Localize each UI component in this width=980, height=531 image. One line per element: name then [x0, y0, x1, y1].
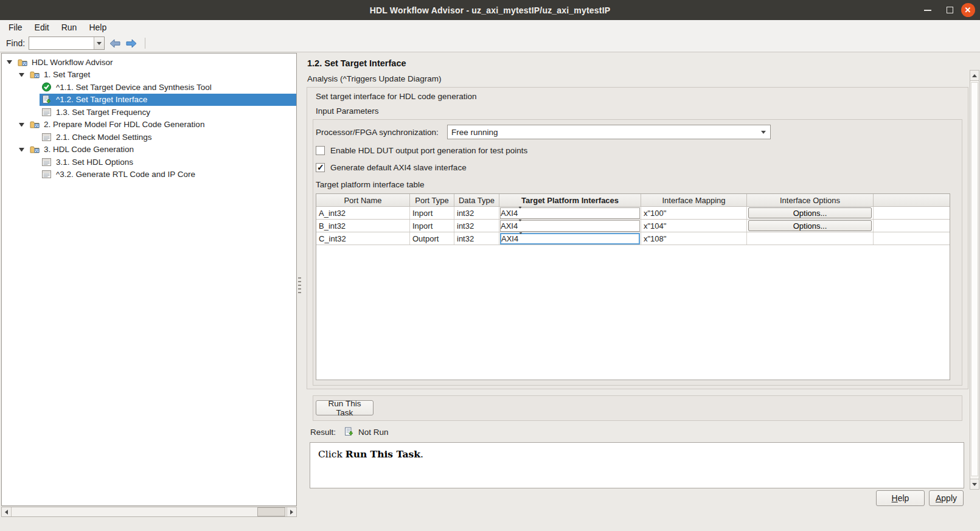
close-icon: ✕: [961, 3, 975, 17]
window-minimize-button[interactable]: [919, 0, 936, 20]
tree-item-set-target[interactable]: 1. Set Target: [2, 69, 296, 82]
find-dropdown-button[interactable]: [94, 37, 104, 49]
minimize-icon: [924, 10, 931, 11]
tree-item-label: 2.1. Check Model Settings: [56, 133, 152, 142]
tree-item-prepare-model[interactable]: 2. Prepare Model For HDL Code Generation: [2, 119, 296, 131]
expander-icon[interactable]: [7, 60, 12, 64]
folder-gear-icon: [18, 57, 28, 67]
scroll-up-button[interactable]: [970, 71, 979, 81]
chevron-down-icon: [761, 131, 766, 134]
run-this-task-button[interactable]: Run This Task: [316, 400, 374, 415]
table-header-row: Port Name Port Type Data Type Target Pla…: [316, 194, 950, 207]
tree-item-set-target-frequency[interactable]: 1.3. Set Target Frequency: [2, 106, 296, 119]
options-button[interactable]: Options...: [748, 220, 872, 231]
tree-item-generate-rtl-ip-core[interactable]: ^3.2. Generate RTL Code and IP Core: [2, 168, 296, 181]
tree-item-label: 3.1. Set HDL Options: [56, 158, 133, 167]
expander-icon[interactable]: [19, 73, 24, 77]
sync-label: Processor/FPGA synchronization:: [316, 128, 439, 137]
find-input[interactable]: [29, 37, 94, 49]
list-icon: [42, 157, 52, 167]
task-run-icon: [42, 95, 52, 105]
result-status: Not Run: [358, 428, 389, 437]
tree-item-set-target-interface[interactable]: ^1.2. Set Target Interface: [2, 94, 296, 106]
port-type-cell: Inport: [410, 207, 454, 219]
spacer-cell: [874, 207, 950, 219]
panel-splitter-grip[interactable]: [298, 277, 301, 296]
target-platform-interface-table: Port Name Port Type Data Type Target Pla…: [316, 193, 950, 380]
menu-help[interactable]: Help: [83, 21, 113, 33]
column-header-spacer: [874, 194, 950, 206]
scrollbar-thumb[interactable]: [257, 507, 285, 516]
tree-item-label: 1. Set Target: [44, 70, 90, 79]
tree-item-label: HDL Workflow Advisor: [32, 58, 113, 67]
tree-item-label: ^1.1. Set Target Device and Synthesis To…: [56, 83, 212, 92]
interface-mapping-cell[interactable]: x"100": [641, 207, 747, 219]
scrollbar-thumb[interactable]: [971, 82, 978, 476]
options-button[interactable]: Options...: [748, 207, 872, 218]
menu-file[interactable]: File: [2, 21, 29, 33]
tree-item-set-hdl-options[interactable]: 3.1. Set HDL Options: [2, 156, 296, 168]
menu-run[interactable]: Run: [55, 21, 83, 33]
port-name-cell: B_int32: [316, 220, 410, 232]
toolbar-separator: [145, 38, 145, 49]
interface-mapping-cell[interactable]: x"108": [641, 232, 747, 245]
window-maximize-button[interactable]: [941, 0, 958, 20]
port-type-cell: Outport: [410, 232, 454, 245]
column-header-data-type: Data Type: [454, 194, 499, 206]
port-name-cell: C_int32: [316, 232, 410, 245]
find-previous-button[interactable]: [109, 38, 121, 49]
table-row: A_int32 Inport int32 AXI4 x"100" Options…: [316, 207, 950, 220]
triangle-down-icon: [972, 483, 977, 486]
table-row: C_int32 Outport int32 AXI4 x"108": [316, 232, 950, 245]
port-name-cell: A_int32: [316, 207, 410, 219]
table-row: B_int32 Inport int32 AXI4 x"104" Options…: [316, 220, 950, 232]
window-close-button[interactable]: ✕: [959, 0, 976, 20]
sync-dropdown[interactable]: Free running: [447, 125, 771, 139]
find-label: Find:: [6, 38, 25, 48]
interface-dropdown[interactable]: AXI4: [500, 207, 640, 219]
help-button[interactable]: Help: [876, 490, 925, 506]
tree-item-hdl-code-generation[interactable]: 3. HDL Code Generation: [2, 144, 296, 156]
task-heading: 1.2. Set Target Interface: [307, 58, 406, 68]
tree-item-root[interactable]: HDL Workflow Advisor: [2, 56, 296, 69]
tree-item-label: ^3.2. Generate RTL Code and IP Core: [56, 170, 195, 179]
expander-icon[interactable]: [19, 148, 24, 151]
interface-mapping-cell[interactable]: x"104": [641, 220, 747, 232]
list-icon: [42, 107, 52, 117]
find-next-button[interactable]: [125, 38, 137, 49]
axi4-slave-row: Generate default AXI4 slave interface: [316, 163, 467, 172]
tree-item-check-model-settings[interactable]: 2.1. Check Model Settings: [2, 131, 296, 144]
workflow-tree: HDL Workflow Advisor 1. Set Target ^1.1.…: [1, 53, 297, 506]
axi4-slave-checkbox[interactable]: [316, 163, 325, 172]
expander-icon[interactable]: [19, 123, 24, 127]
triangle-left-icon: [5, 510, 8, 515]
port-type-cell: Inport: [410, 220, 454, 232]
scroll-down-button[interactable]: [970, 479, 979, 489]
check-passed-icon: [42, 82, 52, 92]
task-description: Set target interface for HDL code genera…: [316, 92, 476, 101]
tree-item-label: 3. HDL Code Generation: [44, 145, 134, 154]
find-combobox[interactable]: [29, 36, 105, 50]
scroll-right-button[interactable]: [287, 507, 296, 516]
back-arrow-icon: [109, 38, 121, 49]
spacer-cell: [874, 232, 950, 245]
test-points-row: Enable HDL DUT output port generation fo…: [316, 146, 527, 155]
tree-horizontal-scrollbar[interactable]: [1, 507, 297, 517]
interface-dropdown[interactable]: AXI4: [500, 233, 640, 245]
tree-item-set-target-device[interactable]: ^1.1. Set Target Device and Synthesis To…: [2, 81, 296, 94]
folder-gear-icon: [30, 145, 40, 154]
find-toolbar: Find:: [0, 35, 980, 52]
chevron-down-icon: [97, 42, 102, 45]
task-panel-scrollbar[interactable]: [970, 70, 979, 490]
tree-item-label: 2. Prepare Model For HDL Code Generation: [44, 120, 204, 129]
result-message-box: Click Run This Task.: [310, 442, 964, 488]
triangle-right-icon: [290, 510, 293, 515]
menu-edit[interactable]: Edit: [29, 21, 55, 33]
forward-arrow-icon: [125, 38, 137, 49]
title-bar: HDL Workflow Advisor - uz_axi_mytestIP/u…: [0, 0, 980, 20]
interface-dropdown[interactable]: AXI4: [500, 220, 640, 232]
result-label: Result:: [310, 428, 336, 437]
test-points-checkbox[interactable]: [316, 146, 325, 155]
scroll-left-button[interactable]: [2, 507, 12, 516]
apply-button[interactable]: Apply: [929, 490, 964, 506]
